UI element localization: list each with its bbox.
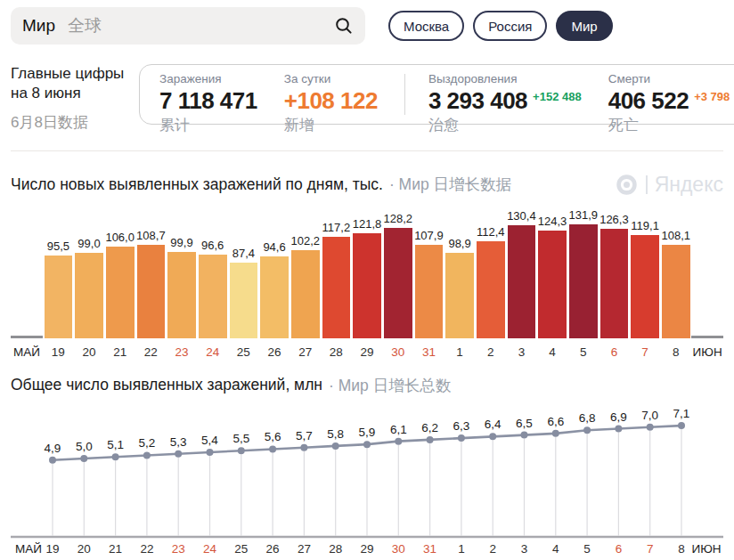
point-value-label: 5,4 bbox=[201, 434, 218, 447]
bar[interactable] bbox=[291, 250, 320, 338]
axis-day-label: 5 bbox=[567, 338, 599, 359]
bar-value-label: 98,9 bbox=[448, 237, 470, 250]
data-point[interactable] bbox=[458, 434, 465, 442]
point-value-label: 6,3 bbox=[453, 419, 470, 433]
point-value-label: 7,1 bbox=[673, 407, 690, 420]
bar[interactable] bbox=[538, 231, 567, 338]
tab-russia[interactable]: Россия bbox=[473, 11, 547, 41]
bar-column: 119,17 bbox=[630, 207, 661, 359]
yandex-watermark: Яндекс bbox=[615, 173, 723, 197]
data-point[interactable] bbox=[427, 436, 434, 443]
search-input[interactable]: Мир 全球 bbox=[11, 7, 365, 45]
data-point[interactable] bbox=[615, 425, 622, 432]
data-point[interactable] bbox=[49, 457, 56, 464]
data-point[interactable] bbox=[207, 449, 214, 456]
bar-value-label: 112,4 bbox=[477, 225, 505, 239]
axis-day-label: 22 bbox=[135, 338, 167, 359]
point-value-label: 6,8 bbox=[579, 411, 596, 425]
axis-day-label: 4 bbox=[552, 542, 559, 556]
summary-heading: Главные цифры на 8 июня 6月8日数据 bbox=[11, 64, 128, 133]
stat-label: Смерти bbox=[608, 72, 730, 85]
stat-value: 3 293 408 bbox=[428, 87, 527, 115]
tab-world[interactable]: Мир bbox=[556, 11, 612, 41]
covid-dashboard: Мир 全球 Москва Россия Мир Главные цифры н… bbox=[0, 0, 734, 560]
bar[interactable] bbox=[445, 253, 474, 338]
bar[interactable] bbox=[477, 241, 505, 338]
data-point[interactable] bbox=[175, 450, 182, 458]
bar[interactable] bbox=[230, 263, 258, 338]
data-point[interactable] bbox=[678, 422, 685, 429]
bar[interactable] bbox=[353, 233, 381, 338]
panel-divider bbox=[404, 74, 405, 115]
bar[interactable] bbox=[384, 228, 412, 338]
bar[interactable] bbox=[569, 224, 598, 338]
bar-value-label: 117,2 bbox=[322, 221, 351, 234]
stat-label: Заражения bbox=[159, 72, 257, 85]
tab-moscow[interactable]: Москва bbox=[388, 11, 464, 41]
bar[interactable] bbox=[631, 235, 659, 338]
bar-area: 94,6 bbox=[259, 207, 290, 338]
point-value-label: 5,0 bbox=[76, 440, 93, 453]
bar-value-label: 124,3 bbox=[538, 215, 567, 228]
axis-day-label: 29 bbox=[352, 338, 383, 359]
search-icon[interactable] bbox=[334, 16, 354, 36]
bar-area: 117,2 bbox=[321, 207, 352, 338]
axis-day-label: 21 bbox=[104, 338, 135, 359]
bar-column: 112,42 bbox=[475, 207, 506, 359]
bar-area: 107,9 bbox=[413, 207, 444, 338]
data-point[interactable] bbox=[363, 441, 371, 448]
bar[interactable] bbox=[322, 237, 351, 338]
data-point[interactable] bbox=[269, 445, 276, 452]
line-chart-title: Общее число выявленных заражений, млн bbox=[11, 376, 322, 394]
data-point[interactable] bbox=[112, 453, 119, 460]
bar-area: 96,6 bbox=[197, 207, 228, 338]
point-value-label: 5,7 bbox=[296, 429, 313, 442]
data-point[interactable] bbox=[647, 424, 654, 431]
data-point[interactable] bbox=[300, 444, 307, 451]
point-value-label: 5,5 bbox=[232, 432, 249, 445]
axis-day-label: 26 bbox=[259, 338, 290, 359]
bar[interactable] bbox=[199, 255, 227, 338]
bar-area: 119,1 bbox=[630, 207, 661, 338]
bar[interactable] bbox=[260, 256, 289, 338]
bar[interactable] bbox=[508, 225, 536, 338]
bar-value-label: 99,9 bbox=[170, 236, 192, 249]
bar-column: 95,519 bbox=[43, 207, 74, 359]
bar[interactable] bbox=[662, 245, 690, 338]
stat-recovered: Выздоровления 3 293 408 +152 488 治愈 bbox=[428, 72, 582, 135]
bar[interactable] bbox=[75, 253, 103, 338]
stat-label-cn: 死亡 bbox=[608, 115, 730, 135]
data-point[interactable] bbox=[238, 447, 245, 454]
axis-day-label: 23 bbox=[172, 542, 185, 556]
bar-column: 126,36 bbox=[599, 207, 630, 359]
bar[interactable] bbox=[600, 229, 629, 338]
bar[interactable] bbox=[137, 245, 166, 338]
bar[interactable] bbox=[106, 247, 135, 338]
stat-value: 7 118 471 bbox=[159, 87, 257, 115]
stat-label: За сутки bbox=[284, 72, 378, 85]
data-point[interactable] bbox=[521, 431, 528, 438]
bar[interactable] bbox=[415, 245, 444, 338]
axis-day-label: 30 bbox=[382, 338, 413, 359]
bar-area: 126,3 bbox=[599, 207, 630, 338]
data-point[interactable] bbox=[332, 442, 339, 450]
bar-column: 106,021 bbox=[104, 207, 135, 359]
data-point[interactable] bbox=[583, 426, 591, 434]
point-value-label: 6,9 bbox=[610, 410, 627, 423]
data-point[interactable] bbox=[552, 430, 559, 437]
data-point[interactable] bbox=[489, 433, 496, 440]
axis-day-label: 7 bbox=[647, 542, 654, 556]
axis-day-label: 31 bbox=[423, 542, 436, 556]
bar[interactable] bbox=[45, 256, 73, 338]
data-point[interactable] bbox=[143, 451, 151, 459]
total-cases-line-chart: 4,95,05,15,25,35,45,55,65,75,85,96,16,26… bbox=[11, 403, 723, 560]
bar[interactable] bbox=[167, 252, 196, 338]
data-point[interactable] bbox=[395, 438, 402, 445]
stat-deaths: Смерти 406 522 +3 798 死亡 bbox=[608, 72, 730, 135]
point-value-label: 4,9 bbox=[45, 442, 61, 455]
bar-column: 96,624 bbox=[197, 207, 228, 359]
bar-value-label: 121,8 bbox=[353, 217, 382, 231]
bar-area: 102,2 bbox=[290, 207, 321, 338]
data-point[interactable] bbox=[80, 455, 87, 462]
point-value-label: 5,6 bbox=[265, 430, 281, 443]
